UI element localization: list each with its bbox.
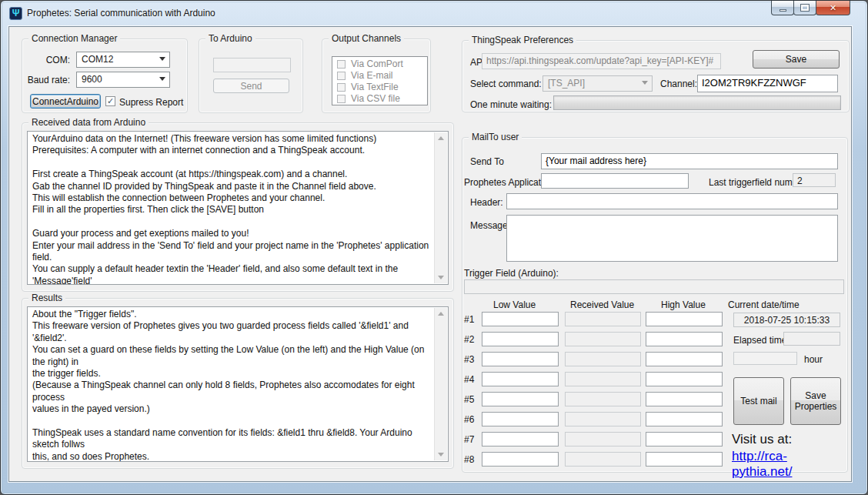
received-data-textarea[interactable]: YourArduino data on the Internet! (This … (27, 131, 449, 285)
close-icon: ✕ (830, 3, 836, 13)
connection-manager-group: Connection Manager COM: COM12 Baud rate:… (22, 38, 188, 113)
group-title: MailTo user (469, 132, 522, 142)
high-value-input[interactable] (646, 392, 723, 406)
scroll-down-icon[interactable] (438, 276, 444, 279)
close-button[interactable]: ✕ (816, 1, 850, 15)
results-scrollbar[interactable] (434, 308, 447, 460)
output-channels-group: Output Channels Via ComPortVia E-mailVia… (322, 38, 431, 113)
chevron-down-icon (159, 77, 165, 81)
message-textarea[interactable] (506, 215, 838, 262)
results-text: About the "Trigger fields". This freewar… (28, 307, 434, 461)
received-scrollbar[interactable] (434, 132, 447, 283)
connect-arduino-label: ConnectArduino (32, 96, 98, 107)
save-button[interactable]: Save (753, 50, 840, 69)
test-mail-button[interactable]: Test mail (733, 377, 784, 425)
row-label: #5 (464, 394, 474, 405)
group-title: To Arduino (205, 33, 255, 44)
send-to-input[interactable]: {Your mail address here} (541, 153, 838, 169)
high-value-input[interactable] (646, 412, 723, 426)
row-label: #7 (464, 434, 474, 445)
channel-option-label: Via CSV file (351, 93, 400, 105)
maximize-button[interactable] (793, 1, 816, 15)
trigger-row: #1 (462, 311, 728, 331)
high-value-input[interactable] (646, 312, 723, 326)
com-label: COM: (22, 55, 70, 65)
website-link[interactable]: http://rca-pythia.net/ (732, 449, 792, 479)
select-command-value: [TS_API] (548, 78, 585, 89)
received-data-group: Received data from Arduino YourArduino d… (22, 122, 454, 292)
channel-option: Via ComPort (336, 59, 424, 70)
low-value-input[interactable] (482, 452, 559, 467)
application-input[interactable] (541, 173, 689, 189)
group-title: Results (28, 293, 65, 303)
baud-rate-select[interactable]: 9600 (76, 72, 170, 88)
high-value-input[interactable] (646, 452, 723, 467)
checkbox-icon (337, 83, 346, 92)
low-value-input[interactable] (482, 332, 559, 346)
save-button-label: Save (786, 54, 806, 65)
client-area: Connection Manager COM: COM12 Baud rate:… (8, 26, 852, 482)
header-input[interactable] (506, 193, 838, 209)
low-value-input[interactable] (482, 412, 559, 426)
row-label: #6 (464, 414, 474, 425)
channel-label: Channel: (660, 79, 697, 89)
row-label: #1 (464, 314, 474, 325)
low-value-input[interactable] (482, 432, 559, 447)
scroll-up-icon[interactable] (438, 312, 444, 316)
channel-input[interactable]: I2OM2TR9KFZZNWGF (697, 75, 838, 92)
scroll-up-icon[interactable] (438, 136, 444, 140)
chevron-down-icon (159, 57, 165, 61)
results-group: Results About the "Trigger fields". This… (22, 298, 454, 469)
send-button-label: Send (240, 81, 262, 92)
results-textarea[interactable]: About the "Trigger fields". This freewar… (27, 306, 449, 462)
datetime-header: Current date/time (728, 299, 800, 310)
save-properties-label: Save Properties (795, 390, 837, 412)
group-title: Output Channels (329, 33, 404, 44)
minimize-button[interactable] (771, 1, 794, 15)
check-icon: ✓ (107, 96, 114, 105)
trigger-row: #2 (462, 331, 728, 351)
scroll-down-icon[interactable] (438, 453, 444, 457)
supress-report-checkbox[interactable]: ✓ (105, 96, 115, 106)
current-datetime-field: 2018-07-25 10:15:33 (733, 313, 840, 327)
channel-option: Via CSV file (336, 93, 424, 105)
maximize-icon (801, 5, 809, 11)
title-bar[interactable]: Ψ Prophetes: Serial communication with A… (1, 1, 867, 26)
output-channels-list: Via ComPortVia E-mailVia TextFileVia CSV… (332, 56, 428, 105)
received-value-field (565, 312, 641, 326)
application-label: Prophetes Application (464, 177, 553, 188)
website-link-wrap: http://rca-pythia.net/ (732, 449, 847, 480)
elapsed-time-label: Elapsed time: (733, 335, 790, 346)
row-label: #3 (464, 354, 474, 365)
save-properties-button[interactable]: Save Properties (790, 377, 841, 425)
row-label: #2 (464, 334, 474, 345)
app-window: Ψ Prophetes: Serial communication with A… (0, 0, 868, 495)
connect-arduino-button[interactable]: ConnectArduino (30, 94, 101, 109)
channel-option: Via TextFile (336, 82, 424, 93)
window-title: Prophetes: Serial communication with Ard… (27, 8, 215, 18)
high-value-input[interactable] (646, 332, 723, 346)
row-label: #4 (464, 374, 474, 385)
send-button: Send (213, 79, 289, 93)
high-value-input[interactable] (646, 352, 723, 366)
high-value-input[interactable] (646, 372, 723, 386)
received-value-field (565, 352, 641, 366)
window-controls: ✕ (772, 1, 850, 16)
row-label: #8 (464, 454, 474, 465)
minimize-icon (780, 9, 786, 12)
select-command-select: [TS_API] (542, 75, 653, 92)
low-value-input[interactable] (482, 312, 559, 326)
elapsed-time-field (783, 332, 840, 346)
low-value-input[interactable] (482, 372, 559, 386)
low-value-input[interactable] (482, 352, 559, 366)
checkbox-icon (337, 60, 346, 69)
app-icon[interactable]: Ψ (9, 7, 22, 20)
high-value-header: High Value (661, 299, 706, 310)
high-value-input[interactable] (646, 432, 723, 447)
trigger-row: #7 (462, 431, 728, 451)
trigger-field-label: Trigger Field (Arduino): (464, 268, 559, 279)
low-value-input[interactable] (482, 392, 559, 406)
received-value-field (565, 332, 641, 346)
com-port-select[interactable]: COM12 (76, 52, 170, 68)
supress-report-label: Supress Report (119, 97, 183, 108)
